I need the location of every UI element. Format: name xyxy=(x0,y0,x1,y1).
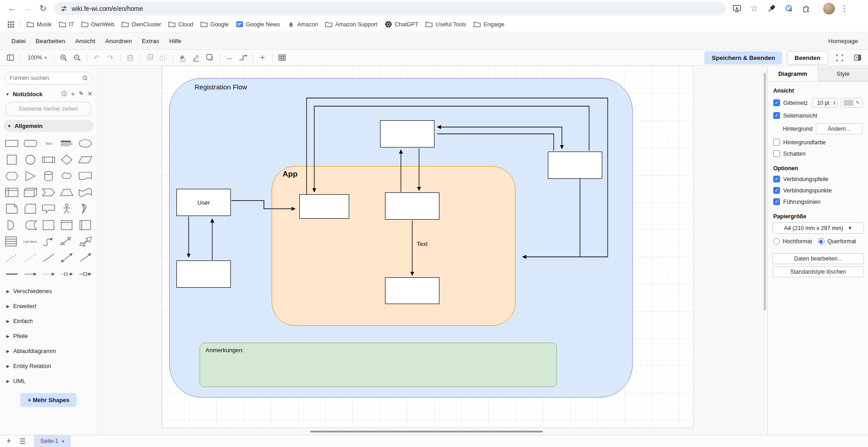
shape-link-icon[interactable] xyxy=(3,266,21,282)
bookmark-owncluster[interactable]: OwnCluster xyxy=(118,19,165,30)
zoom-out-icon[interactable] xyxy=(71,52,84,64)
node-right[interactable] xyxy=(548,152,602,179)
shape-step-icon[interactable] xyxy=(39,185,58,200)
shape-dashed-line-icon[interactable] xyxy=(3,250,21,265)
toggle-panels-icon[interactable] xyxy=(4,52,17,64)
shape-triangle-icon[interactable] xyxy=(21,168,39,184)
menu-hilfe[interactable]: Hilfe xyxy=(164,35,186,47)
bookmark-useful-tools[interactable]: Useful Tools xyxy=(422,19,470,30)
grid-size-spinner[interactable]: ▲▼ xyxy=(831,101,837,105)
profile-avatar[interactable] xyxy=(823,3,835,15)
grid-size-input[interactable]: 10 pt ▲▼ xyxy=(812,98,838,108)
delete-icon[interactable] xyxy=(123,52,137,64)
pages-menu-icon[interactable]: ☰ xyxy=(20,437,26,446)
notepad-section-header[interactable]: ▼ Notizblock ⓘ + ✎ ✕ xyxy=(0,86,97,101)
shape-diamond-icon[interactable] xyxy=(58,152,76,167)
install-app-icon[interactable] xyxy=(729,2,745,15)
shape-search-box[interactable] xyxy=(5,72,93,84)
shape-internal-storage-icon[interactable] xyxy=(3,185,21,200)
shape-rounded-rectangle-icon[interactable] xyxy=(21,136,39,151)
shape-list-item-icon[interactable]: List Item xyxy=(21,234,39,249)
shape-or-icon[interactable] xyxy=(76,201,94,216)
shape-directional-connector-icon[interactable] xyxy=(76,250,94,265)
shape-search-input[interactable] xyxy=(10,75,83,81)
site-settings-icon[interactable] xyxy=(61,5,67,12)
to-back-icon[interactable] xyxy=(156,52,170,64)
diagram-canvas[interactable]: Anmerkungen: Registration Flow App User xyxy=(98,66,767,435)
shape-process-icon[interactable] xyxy=(39,152,58,167)
bookmark-amazon-support[interactable]: Amazon Support xyxy=(322,19,381,30)
horizontal-scrollbar[interactable] xyxy=(310,431,543,432)
table-icon[interactable] xyxy=(275,52,289,64)
shape-hexagon-icon[interactable] xyxy=(3,168,21,184)
shape-rectangle-icon[interactable] xyxy=(3,136,21,151)
shadow-checkbox[interactable] xyxy=(773,150,780,157)
grid-checkbox[interactable]: ✓ xyxy=(773,99,780,106)
zoom-dropdown[interactable]: 100%▾ xyxy=(23,54,51,61)
shadow-icon[interactable] xyxy=(203,52,217,64)
shape-document-icon[interactable] xyxy=(76,168,94,184)
reload-icon[interactable]: ↻ xyxy=(35,2,51,15)
bookmark-ownweb[interactable]: OwnWeb xyxy=(78,19,118,30)
shape-data-storage-icon[interactable] xyxy=(21,217,39,233)
shape-ellipse-icon[interactable] xyxy=(76,136,94,151)
shape-actor-icon[interactable] xyxy=(58,201,76,216)
fullscreen-icon[interactable] xyxy=(833,52,846,64)
sidebar-section-entity-relation[interactable]: ▶Entity Relation xyxy=(0,359,97,373)
insert-icon[interactable]: + xyxy=(256,52,269,64)
exit-button[interactable]: Beenden xyxy=(787,51,828,64)
page-view-checkbox[interactable]: ✓ xyxy=(773,112,780,119)
grid-color-button[interactable]: ✎ xyxy=(841,98,863,108)
background-color-checkbox[interactable] xyxy=(773,139,780,146)
more-shapes-button[interactable]: + Mehr Shapes xyxy=(20,393,77,407)
shape-callout-icon[interactable] xyxy=(39,201,58,216)
bookmark-engaige[interactable]: Engaige xyxy=(470,19,508,30)
browser-menu-icon[interactable]: ⋮ xyxy=(837,2,852,15)
vertical-scrollbar[interactable] xyxy=(764,73,766,310)
shape-cylinder-icon[interactable] xyxy=(39,168,58,184)
line-color-icon[interactable] xyxy=(190,52,203,64)
extensions-puzzle-icon[interactable] xyxy=(798,2,814,15)
standardstyle-löschen-button[interactable]: Standardstyle löschen xyxy=(772,266,864,277)
zoom-in-icon[interactable] xyxy=(57,52,71,64)
sidebar-section-einfach[interactable]: ▶Einfach xyxy=(0,314,97,329)
shape-connector-symbol-icon[interactable] xyxy=(76,266,94,282)
time-limit-extension-icon[interactable] xyxy=(781,2,796,15)
connection-arrow-icon[interactable]: → xyxy=(223,52,236,64)
node-app-1[interactable] xyxy=(299,194,349,219)
shape-labeled-arrow-icon[interactable] xyxy=(58,266,76,282)
paper-size-select[interactable]: A4 (210 mm x 297 mm) ▼ xyxy=(772,222,864,234)
edge-label[interactable]: Text xyxy=(417,241,428,247)
verbindungspfeile-checkbox[interactable]: ✓ xyxy=(773,176,780,182)
landscape-radio[interactable] xyxy=(818,238,824,245)
format-panel-toggle-icon[interactable] xyxy=(851,52,864,64)
waypoint-style-icon[interactable] xyxy=(236,52,250,64)
shape-note-icon[interactable] xyxy=(3,201,21,216)
to-front-icon[interactable] xyxy=(143,52,156,64)
close-icon[interactable]: ✕ xyxy=(88,90,93,98)
shape-list-icon[interactable] xyxy=(3,234,21,249)
bookmark-it[interactable]: IT xyxy=(55,19,78,30)
sidebar-section-verschiedenes[interactable]: ▶Verschiedenes xyxy=(0,284,97,299)
background-change-button[interactable]: Ändern... xyxy=(816,123,863,134)
shape-text-icon[interactable]: Text xyxy=(39,136,58,151)
node-below-user[interactable] xyxy=(176,260,231,288)
sidebar-section-ablaufdiagramm[interactable]: ▶Ablaufdiagramm xyxy=(0,344,97,359)
menu-ansicht[interactable]: Ansicht xyxy=(70,35,100,47)
shape-tape-icon[interactable] xyxy=(76,185,94,200)
bookmark-google[interactable]: Google xyxy=(197,19,232,30)
shape-bidirectional-arrow-icon[interactable] xyxy=(58,234,76,249)
notepad-dropzone[interactable]: Elemente hierher ziehen xyxy=(5,102,92,116)
page-tab[interactable]: Seite-1 ▾ xyxy=(34,435,71,447)
menu-bearbeiten[interactable]: Bearbeiten xyxy=(31,35,70,47)
portrait-radio[interactable] xyxy=(773,238,780,245)
homepage-link[interactable]: Homepage xyxy=(828,38,862,44)
save-exit-button[interactable]: Speichern & Beenden xyxy=(704,51,782,64)
forward-icon[interactable]: → xyxy=(20,2,35,15)
sidebar-section-erweitert[interactable]: ▶Erweitert xyxy=(0,299,97,314)
shape-square-icon[interactable] xyxy=(3,152,21,167)
edit-icon[interactable]: ✎ xyxy=(79,90,83,98)
shape-textbox-icon[interactable] xyxy=(58,136,76,151)
undo-icon[interactable]: ↶ xyxy=(90,52,104,64)
sidebar-section-pfeile[interactable]: ▶Pfeile xyxy=(0,329,97,344)
